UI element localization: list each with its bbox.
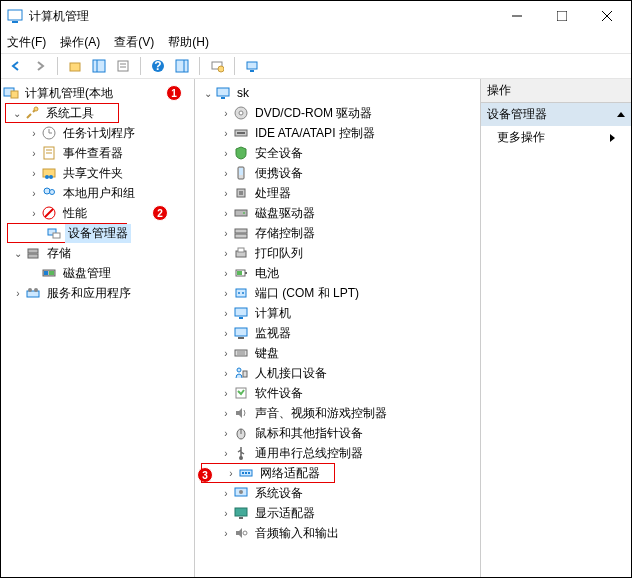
device-monitor[interactable]: ›监视器 bbox=[197, 323, 478, 343]
tree-device-manager[interactable]: 设备管理器 bbox=[7, 223, 127, 243]
close-button[interactable] bbox=[584, 2, 629, 30]
device-portable[interactable]: ›便携设备 bbox=[197, 163, 478, 183]
collapse-icon[interactable]: ⌄ bbox=[11, 248, 25, 259]
tree-storage[interactable]: ⌄ 存储 bbox=[3, 243, 192, 263]
expand-icon[interactable]: › bbox=[11, 288, 25, 299]
device-hid[interactable]: ›人机接口设备 bbox=[197, 363, 478, 383]
expand-icon[interactable]: › bbox=[27, 168, 41, 179]
back-button[interactable] bbox=[5, 55, 27, 77]
expand-icon[interactable]: › bbox=[219, 228, 233, 239]
show-hide-tree-button[interactable] bbox=[88, 55, 110, 77]
expand-icon[interactable]: › bbox=[219, 428, 233, 439]
expand-icon[interactable]: › bbox=[219, 328, 233, 339]
device-print_queue[interactable]: ›打印队列 bbox=[197, 243, 478, 263]
expand-icon[interactable]: › bbox=[219, 508, 233, 519]
actions-selected-item[interactable]: 设备管理器 bbox=[481, 103, 631, 126]
tree-shared-folders[interactable]: › 共享文件夹 bbox=[3, 163, 192, 183]
expand-icon[interactable]: › bbox=[219, 488, 233, 499]
expand-icon[interactable]: › bbox=[219, 268, 233, 279]
menu-action[interactable]: 操作(A) bbox=[60, 34, 100, 51]
expand-icon[interactable]: › bbox=[219, 408, 233, 419]
device-computer[interactable]: ›计算机 bbox=[197, 303, 478, 323]
device-keyboard[interactable]: ›键盘 bbox=[197, 343, 478, 363]
properties-button[interactable] bbox=[112, 55, 134, 77]
tree-services[interactable]: › 服务和应用程序 bbox=[3, 283, 192, 303]
device-storage_ctrl[interactable]: ›存储控制器 bbox=[197, 223, 478, 243]
device-ports[interactable]: ›端口 (COM 和 LPT) bbox=[197, 283, 478, 303]
menu-view[interactable]: 查看(V) bbox=[114, 34, 154, 51]
expand-icon[interactable]: › bbox=[219, 168, 233, 179]
expand-icon[interactable]: › bbox=[219, 188, 233, 199]
device-tree-pane[interactable]: ⌄sk›DVD/CD-ROM 驱动器›IDE ATA/ATAPI 控制器›安全设… bbox=[195, 79, 481, 577]
tree-root-computer-mgmt[interactable]: 计算机管理(本地 1 bbox=[3, 83, 192, 103]
device-system_dev[interactable]: ›系统设备 bbox=[197, 483, 478, 503]
tree-event-viewer[interactable]: › 事件查看器 bbox=[3, 143, 192, 163]
device-root[interactable]: ⌄sk bbox=[197, 83, 478, 103]
expand-icon[interactable]: › bbox=[219, 108, 233, 119]
svg-rect-37 bbox=[53, 233, 60, 238]
minimize-button[interactable] bbox=[494, 2, 539, 30]
collapse-arrow-icon bbox=[617, 112, 625, 117]
action-pane-button[interactable] bbox=[171, 55, 193, 77]
device-software_dev[interactable]: ›软件设备 bbox=[197, 383, 478, 403]
device-audio_io[interactable]: ›音频输入和输出 bbox=[197, 523, 478, 543]
menu-help[interactable]: 帮助(H) bbox=[168, 34, 209, 51]
tree-label: 系统工具 bbox=[43, 104, 97, 123]
maximize-button[interactable] bbox=[539, 2, 584, 30]
svg-rect-53 bbox=[239, 168, 243, 175]
cpu-icon bbox=[233, 185, 249, 201]
left-tree-pane[interactable]: 计算机管理(本地 1 ⌄ 系统工具 › 任务计划程序 › 事件查看器 › bbox=[1, 79, 195, 577]
device-display[interactable]: ›显示适配器 bbox=[197, 503, 478, 523]
device-battery[interactable]: ›电池 bbox=[197, 263, 478, 283]
device-sound[interactable]: ›声音、视频和游戏控制器 bbox=[197, 403, 478, 423]
svg-rect-7 bbox=[93, 60, 105, 72]
svg-point-45 bbox=[34, 288, 38, 292]
actions-pane: 操作 设备管理器 更多操作 bbox=[481, 79, 631, 577]
tree-label: 系统设备 bbox=[252, 484, 306, 503]
device-mouse[interactable]: ›鼠标和其他指针设备 bbox=[197, 423, 478, 443]
expand-icon[interactable]: › bbox=[219, 528, 233, 539]
collapse-icon[interactable]: ⌄ bbox=[201, 88, 215, 99]
tree-local-users[interactable]: › 本地用户和组 bbox=[3, 183, 192, 203]
expand-icon[interactable]: › bbox=[219, 308, 233, 319]
add-legacy-hardware-button[interactable] bbox=[241, 55, 263, 77]
expand-icon[interactable]: › bbox=[219, 368, 233, 379]
expand-icon[interactable]: › bbox=[219, 388, 233, 399]
help-button[interactable]: ? bbox=[147, 55, 169, 77]
expand-icon[interactable]: › bbox=[27, 188, 41, 199]
device-usb_serial[interactable]: ›通用串行总线控制器 bbox=[197, 443, 478, 463]
expand-icon[interactable]: › bbox=[224, 468, 238, 479]
tree-task-scheduler[interactable]: › 任务计划程序 bbox=[3, 123, 192, 143]
collapse-icon[interactable]: ⌄ bbox=[10, 108, 24, 119]
tree-label: 磁盘驱动器 bbox=[252, 204, 318, 223]
expand-icon[interactable]: › bbox=[219, 348, 233, 359]
device-disk_drives[interactable]: ›磁盘驱动器 bbox=[197, 203, 478, 223]
expand-icon[interactable]: › bbox=[219, 208, 233, 219]
device-dvd[interactable]: ›DVD/CD-ROM 驱动器 bbox=[197, 103, 478, 123]
expand-icon[interactable]: › bbox=[219, 148, 233, 159]
expand-icon[interactable]: › bbox=[219, 448, 233, 459]
device-cpu[interactable]: ›处理器 bbox=[197, 183, 478, 203]
tree-label: 处理器 bbox=[252, 184, 294, 203]
expand-icon[interactable]: › bbox=[219, 288, 233, 299]
tree-performance[interactable]: › 性能 2 bbox=[3, 203, 192, 223]
actions-more[interactable]: 更多操作 bbox=[481, 126, 631, 149]
tree-label: 存储控制器 bbox=[252, 224, 318, 243]
expand-icon[interactable]: › bbox=[27, 208, 41, 219]
menu-file[interactable]: 文件(F) bbox=[7, 34, 46, 51]
tree-label: 安全设备 bbox=[252, 144, 306, 163]
expand-icon[interactable]: › bbox=[219, 128, 233, 139]
tree-disk-mgmt[interactable]: 磁盘管理 bbox=[3, 263, 192, 283]
forward-button[interactable] bbox=[29, 55, 51, 77]
up-button[interactable] bbox=[64, 55, 86, 77]
tree-system-tools[interactable]: ⌄ 系统工具 bbox=[5, 103, 119, 123]
expand-icon[interactable]: › bbox=[27, 128, 41, 139]
device-security[interactable]: ›安全设备 bbox=[197, 143, 478, 163]
scan-hardware-button[interactable] bbox=[206, 55, 228, 77]
device-network[interactable]: ›网络适配器 bbox=[201, 463, 335, 483]
expand-icon[interactable]: › bbox=[219, 248, 233, 259]
expand-icon[interactable]: › bbox=[27, 148, 41, 159]
device-ide[interactable]: ›IDE ATA/ATAPI 控制器 bbox=[197, 123, 478, 143]
svg-rect-0 bbox=[8, 10, 22, 20]
print_queue-icon bbox=[233, 245, 249, 261]
